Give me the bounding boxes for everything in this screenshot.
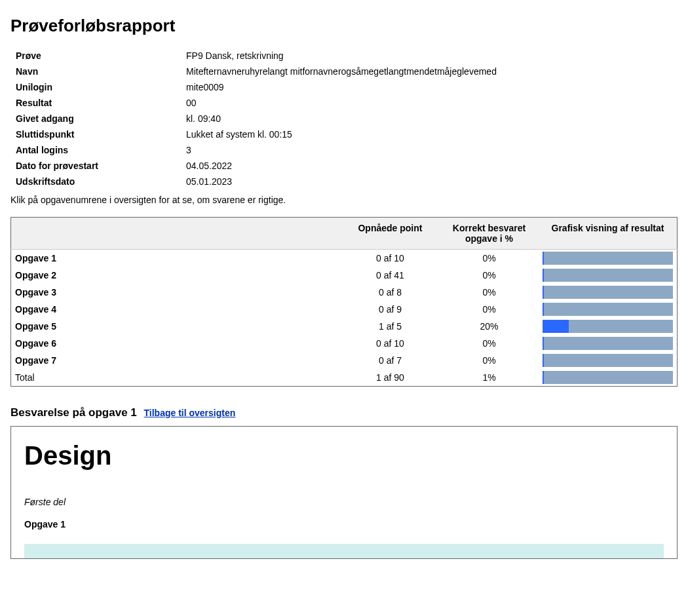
meta-row-access: Givet adgang kl. 09:40 [16,111,678,126]
answer-header-text: Besvarelse på opgave 1 [10,406,137,419]
meta-table: Prøve FP9 Dansk, retskrivning Navn Mitef… [16,48,678,189]
percent-cell: 0% [440,352,539,369]
bar-fill [543,371,544,384]
points-cell: 0 af 7 [341,352,440,369]
bar-outer [543,303,673,316]
meta-value-access: kl. 09:40 [186,113,678,124]
instruction-text: Klik på opgavenumrene i oversigten for a… [10,195,678,205]
percent-cell: 20% [440,318,539,335]
bar-cell [539,352,677,369]
answer-section-header: Besvarelse på opgave 1 Tilbage til overs… [10,406,678,419]
bar-outer [543,269,673,282]
bar-cell [539,369,677,387]
meta-row-logins: Antal logins 3 [16,142,678,158]
part-label: Første del [24,497,664,507]
bar-cell [539,318,677,335]
percent-cell: 0% [440,250,539,267]
table-row: Opgave 60 af 100% [11,335,678,352]
header-points: Opnåede point [341,218,440,250]
task-link[interactable]: Opgave 1 [11,250,341,267]
meta-label-print-date: Udskriftsdato [16,176,186,187]
table-row: Opgave 20 af 410% [11,267,678,284]
percent-cell: 0% [440,267,539,284]
points-cell: 0 af 8 [341,284,440,301]
points-cell: 0 af 41 [341,267,440,284]
percent-cell: 1% [440,369,539,387]
points-cell: 0 af 10 [341,250,440,267]
meta-row-start-date: Dato for prøvestart 04.05.2022 [16,158,678,174]
bar-outer [543,252,673,265]
bar-cell [539,267,677,284]
meta-value-logins: 3 [186,145,678,155]
bar-fill [543,286,544,299]
bar-outer [543,320,673,333]
meta-row-print-date: Udskriftsdato 05.01.2023 [16,174,678,189]
meta-value-print-date: 05.01.2023 [186,176,678,187]
bar-outer [543,337,673,350]
meta-label-result: Resultat [16,98,186,108]
table-row: Total1 af 901% [11,369,678,387]
header-graph: Grafisk visning af resultat [539,218,677,250]
meta-value-name: Mitefternavneruhyrelangt mitfornavnerogs… [186,66,678,77]
meta-row-exam: Prøve FP9 Dansk, retskrivning [16,48,678,64]
meta-row-unilogin: Unilogin mite0009 [16,79,678,95]
points-cell: 0 af 10 [341,335,440,352]
bar-fill [543,252,544,265]
task-link[interactable]: Opgave 2 [11,267,341,284]
meta-label-exam: Prøve [16,50,186,61]
answer-box: Design Første del Opgave 1 [10,426,678,559]
table-row: Opgave 51 af 520% [11,318,678,335]
bar-cell [539,284,677,301]
bar-fill [543,303,544,316]
task-link[interactable]: Opgave 6 [11,335,341,352]
back-to-overview-link[interactable]: Tilbage til oversigten [144,408,236,418]
meta-value-unilogin: mite0009 [186,82,678,92]
points-cell: 0 af 9 [341,301,440,318]
points-cell: 1 af 90 [341,369,440,387]
meta-label-start-date: Dato for prøvestart [16,161,186,171]
bar-outer [543,371,673,384]
points-cell: 1 af 5 [341,318,440,335]
content-strip [24,544,664,558]
bar-fill [543,269,544,282]
table-row: Opgave 30 af 80% [11,284,678,301]
meta-row-end: Sluttidspunkt Lukket af system kl. 00:15 [16,126,678,142]
bar-outer [543,286,673,299]
table-row: Opgave 10 af 100% [11,250,678,267]
header-task [11,218,341,250]
meta-row-name: Navn Mitefternavneruhyrelangt mitfornavn… [16,64,678,79]
percent-cell: 0% [440,284,539,301]
bar-cell [539,301,677,318]
meta-label-end: Sluttidspunkt [16,129,186,140]
design-heading: Design [24,441,664,471]
percent-cell: 0% [440,335,539,352]
meta-label-name: Navn [16,66,186,77]
meta-value-result: 00 [186,98,678,108]
meta-label-unilogin: Unilogin [16,82,186,92]
task-link[interactable]: Opgave 3 [11,284,341,301]
task-link[interactable]: Opgave 5 [11,318,341,335]
page-title: Prøveforløbsrapport [10,16,678,36]
bar-fill [543,320,569,333]
meta-row-result: Resultat 00 [16,95,678,111]
task-link[interactable]: Opgave 7 [11,352,341,369]
results-header-row: Opnåede point Korrekt besvaret opgave i … [11,218,678,250]
header-percent: Korrekt besvaret opgave i % [440,218,539,250]
bar-cell [539,335,677,352]
table-row: Opgave 40 af 90% [11,301,678,318]
meta-label-access: Givet adgang [16,113,186,124]
meta-label-logins: Antal logins [16,145,186,155]
bar-cell [539,250,677,267]
meta-value-exam: FP9 Dansk, retskrivning [186,50,678,61]
percent-cell: 0% [440,301,539,318]
task-link: Total [11,369,341,387]
table-row: Opgave 70 af 70% [11,352,678,369]
meta-value-start-date: 04.05.2022 [186,161,678,171]
task-link[interactable]: Opgave 4 [11,301,341,318]
task-label: Opgave 1 [24,519,664,529]
meta-value-end: Lukket af system kl. 00:15 [186,129,678,140]
bar-outer [543,354,673,367]
bar-fill [543,337,544,350]
results-table: Opnåede point Korrekt besvaret opgave i … [10,217,678,387]
bar-fill [543,354,544,367]
